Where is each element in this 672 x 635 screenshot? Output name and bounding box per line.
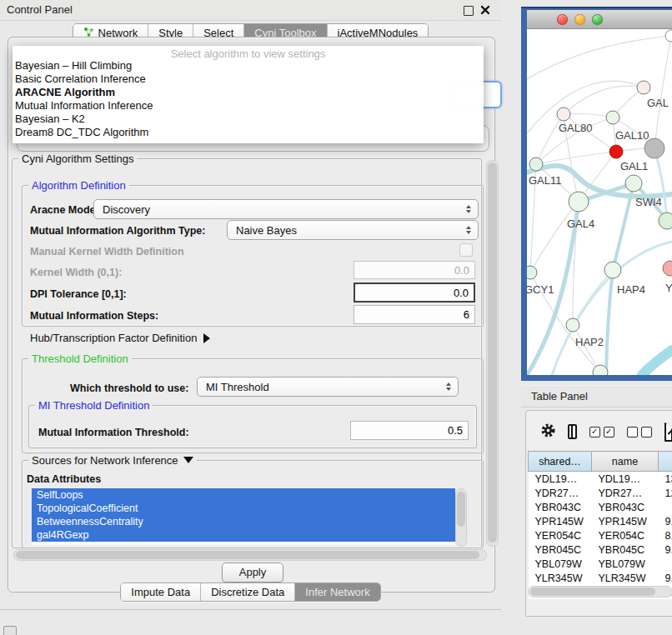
hub-factor-expander[interactable]: Hub/Transcription Factor Definition — [30, 332, 210, 344]
algorithm-option[interactable]: Bayesian – K2 — [13, 112, 484, 126]
network-canvas[interactable]: GALGAL80GAL10GAL1GAL11SWI4GAL4GCY1HAP4YH… — [527, 29, 672, 375]
settings-vertical-scrollbar-thumb[interactable] — [488, 162, 497, 542]
network-node-gal4[interactable] — [569, 192, 589, 212]
file-icon[interactable] — [664, 422, 672, 442]
network-edge[interactable] — [564, 86, 644, 114]
network-node-y[interactable] — [663, 261, 672, 276]
table-row[interactable]: YBR045CYBR045C9. — [529, 542, 672, 557]
unchecked-boxes-icon[interactable] — [627, 427, 652, 438]
table-panel-title: Table Panel — [531, 390, 588, 402]
bottom-tab-impute-data[interactable]: Impute Data — [121, 583, 201, 601]
float-window-icon[interactable] — [464, 6, 474, 16]
table-row[interactable]: YBR043CYBR043C — [529, 500, 672, 514]
mi-threshold-definition-label: MI Threshold Definition — [35, 400, 153, 411]
attribute-item[interactable]: BetweennessCentrality — [32, 515, 455, 528]
table-cell: YER054C — [529, 528, 592, 542]
settings-vertical-scrollbar[interactable] — [486, 160, 499, 547]
column-header[interactable]: name — [592, 452, 659, 472]
network-edge[interactable] — [654, 36, 671, 148]
network-node-label: GCY1 — [527, 283, 554, 296]
kernel-width-label: Kernel Width (0,1): — [30, 267, 122, 278]
control-panel-title: Control Panel — [7, 3, 73, 16]
attribute-item[interactable]: SelfLoops — [32, 488, 455, 502]
data-attributes-list: SelfLoopsTopologicalCoefficientBetweenne… — [32, 488, 455, 545]
threshold-definition-label: Threshold Definition — [28, 353, 132, 364]
network-node-gal10[interactable] — [606, 111, 619, 124]
table-cell: YLR345W — [529, 571, 592, 585]
aracne-mode-combobox[interactable]: Discovery — [93, 199, 479, 219]
expand-down-icon — [183, 457, 193, 463]
table-row[interactable]: YPR145WYPR145W9. — [529, 514, 672, 528]
bottom-tab-label: Discretize Data — [211, 586, 284, 598]
sources-label: Sources for Network Inference — [32, 454, 178, 467]
table-cell: YDR27… — [592, 486, 659, 500]
network-node[interactable] — [665, 30, 672, 42]
bottom-tab-discretize-data[interactable]: Discretize Data — [201, 583, 295, 601]
column-header[interactable]: shared… — [529, 452, 592, 472]
mac-minimize-icon[interactable] — [574, 14, 585, 25]
network-node-hap2[interactable] — [566, 318, 579, 332]
network-node-swi4[interactable] — [625, 175, 642, 192]
checked-boxes-icon[interactable]: ✓✓ — [589, 427, 614, 438]
algorithm-option[interactable]: Dream8 DC_TDC Algorithm — [13, 126, 484, 139]
which-threshold-combobox[interactable]: MI Threshold — [197, 377, 459, 397]
mi-threshold-field[interactable] — [350, 421, 469, 440]
table-cell: YLR345W — [592, 571, 659, 585]
attribute-item[interactable]: gal4RGexp — [32, 528, 455, 542]
network-edge[interactable] — [642, 350, 672, 375]
apply-button[interactable]: Apply — [222, 562, 283, 582]
table-row[interactable]: YLR345WYLR345W9. — [529, 571, 672, 585]
algorithm-option[interactable]: Mutual Information Inference — [13, 99, 484, 112]
network-window-titlebar[interactable] — [527, 10, 672, 29]
dpi-tolerance-field[interactable] — [354, 282, 475, 302]
network-node-gal1[interactable] — [609, 145, 623, 158]
attribute-item[interactable]: TopologicalCoefficient — [32, 502, 455, 515]
network-node-gcy1[interactable] — [527, 266, 537, 279]
kernel-width-field[interactable] — [354, 261, 475, 279]
table-horizontal-scrollbar-thumb[interactable] — [530, 588, 655, 596]
manual-kernel-width-checkbox[interactable] — [459, 243, 473, 257]
network-node-hap4[interactable] — [604, 262, 621, 278]
collapsed-panel-icon[interactable] — [3, 626, 17, 635]
close-icon[interactable] — [479, 4, 491, 16]
aracne-mode-value: Discovery — [94, 203, 461, 216]
network-node[interactable] — [644, 138, 664, 158]
mac-zoom-icon[interactable] — [592, 14, 603, 25]
mac-close-icon[interactable] — [557, 14, 568, 25]
column-header[interactable] — [659, 452, 672, 472]
sources-expander[interactable]: Sources for Network Inference — [28, 455, 197, 466]
hub-factor-label: Hub/Transcription Factor Definition — [30, 332, 197, 344]
table-row[interactable]: YBL079WYBL079W — [529, 557, 672, 571]
table-cell: YDR27… — [529, 486, 592, 500]
settings-horizontal-scrollbar[interactable] — [13, 549, 487, 561]
gear-icon[interactable] — [541, 423, 555, 440]
dpi-tolerance-label: DPI Tolerance [0,1]: — [30, 288, 127, 300]
network-edge[interactable] — [564, 114, 613, 118]
network-node-gal11[interactable] — [529, 158, 543, 171]
table-row[interactable]: YDR27…YDR27…12 — [529, 486, 672, 500]
network-node[interactable] — [659, 212, 672, 229]
table-horizontal-scrollbar[interactable] — [528, 586, 672, 598]
attributes-vertical-scrollbar[interactable] — [455, 488, 467, 547]
split-columns-icon[interactable] — [568, 424, 577, 439]
mi-steps-field[interactable] — [354, 305, 475, 324]
network-node-label: GAL — [647, 97, 669, 109]
algorithm-option[interactable]: Basic Correlation Inference — [13, 72, 484, 86]
network-edge[interactable] — [606, 270, 613, 375]
algorithm-option[interactable]: Bayesian – Hill Climbing — [13, 59, 484, 72]
network-node-label: GAL10 — [615, 129, 649, 142]
mi-algorithm-type-combobox[interactable]: Naive Bayes — [227, 220, 479, 240]
which-threshold-label: Which threshold to use: — [70, 382, 188, 394]
table-row[interactable]: YDL19…YDL19…13 — [529, 472, 672, 487]
network-edge[interactable] — [573, 325, 600, 372]
stepper-icon — [441, 382, 458, 391]
network-node-gal80[interactable] — [557, 108, 570, 121]
algorithm-dropdown-popup: Select algorithm to view settings Bayesi… — [13, 46, 484, 143]
network-edge[interactable] — [527, 36, 671, 79]
bottom-tab-infer-network[interactable]: Infer Network — [295, 583, 379, 601]
table-row[interactable]: YER054CYER054C8. — [529, 528, 672, 542]
algorithm-option[interactable]: ARACNE Algorithm — [13, 86, 484, 99]
settings-horizontal-scrollbar-thumb[interactable] — [16, 551, 479, 559]
attributes-scrollbar-thumb[interactable] — [457, 492, 465, 527]
network-node-gal[interactable] — [637, 81, 650, 94]
